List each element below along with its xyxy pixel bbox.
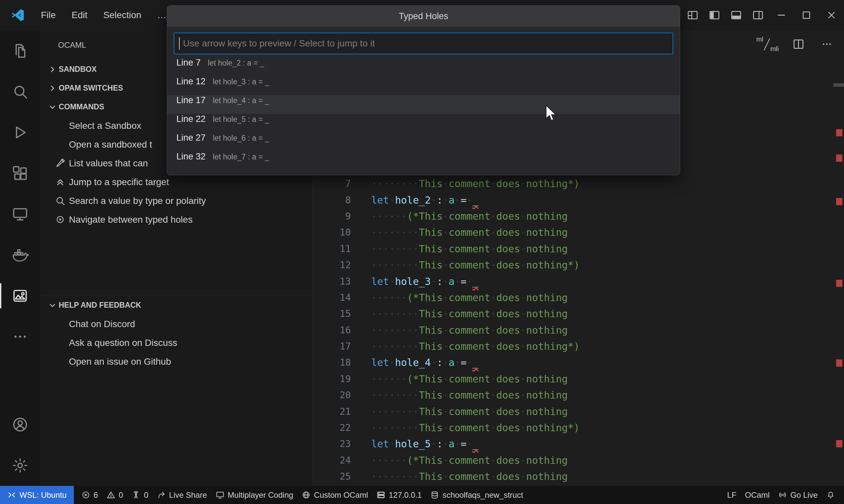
- code-line-24[interactable]: 24······(*This·comment·does·nothing: [312, 452, 831, 468]
- status-workspace-db[interactable]: schoolfaqs_new_struct: [426, 486, 527, 504]
- status-label: 127.0.0.1: [389, 490, 422, 500]
- menu-selection[interactable]: Selection: [95, 5, 149, 25]
- quickpick-item-line-12[interactable]: Line 12let hole_3 : a = _: [167, 76, 680, 95]
- quickpick-item-line-17[interactable]: Line 17let hole_4 : a = _: [167, 95, 680, 114]
- command-ask-a-question-on-discuss[interactable]: Ask a question on Discuss: [40, 334, 312, 352]
- code-line-22[interactable]: 22········This·comment·does·nothing*): [312, 420, 831, 436]
- globe-icon: [302, 490, 311, 499]
- vscode-logo-icon: [10, 7, 26, 23]
- code-text: ········This·comment·does·nothing*): [371, 178, 580, 190]
- code-line-7[interactable]: 7········This·comment·does·nothing*): [312, 176, 831, 192]
- split-editor-icon[interactable]: [789, 35, 808, 53]
- quickpick-item-line-22[interactable]: Line 22let hole_5 : a = _: [167, 114, 680, 133]
- status-custom-ocaml[interactable]: Custom OCaml: [297, 486, 372, 504]
- line-number: 8: [312, 195, 351, 205]
- line-number: 22: [312, 422, 351, 433]
- code-text: ········This·comment·does·nothing: [371, 406, 568, 417]
- code-line-16[interactable]: 16········This·comment·does·nothing: [312, 322, 831, 338]
- extensions-icon: [12, 165, 29, 182]
- quickpick-item-line-7[interactable]: Line 7let hole_2 : a = _: [167, 58, 680, 76]
- activity-explorer[interactable]: [0, 30, 40, 71]
- status-remote-indicator[interactable]: WSL: Ubuntu: [0, 486, 74, 504]
- activity-more[interactable]: [0, 316, 40, 357]
- minimize-button[interactable]: [769, 0, 794, 30]
- quickpick-item-line-32[interactable]: Line 32let hole_7 : a = _: [167, 151, 680, 170]
- code-line-12[interactable]: 12········This·comment·does·nothing*): [312, 257, 831, 273]
- code-text: ······(*This·comment·does·nothing: [371, 373, 568, 385]
- code-line-11[interactable]: 11········This·comment·does·nothing: [312, 241, 831, 257]
- command-label: Open a sandboxed t: [69, 139, 152, 150]
- scrollbar-thumb[interactable]: [833, 83, 844, 87]
- activity-accounts[interactable]: [0, 404, 40, 445]
- code-line-8[interactable]: 8let·hole_2·:·a·=·_: [312, 192, 831, 208]
- toggle-primary-sidebar-icon[interactable]: [704, 4, 725, 26]
- line-number: 24: [312, 455, 351, 466]
- code-line-18[interactable]: 18let·hole_4·:·a·=·_: [312, 355, 831, 371]
- command-chat-on-discord[interactable]: Chat on Discord: [40, 314, 312, 334]
- diagonal-divider: [763, 38, 770, 51]
- menu-file[interactable]: File: [33, 5, 64, 25]
- status-live-share[interactable]: Live Share: [153, 486, 211, 504]
- code-line-23[interactable]: 23let·hole_5·:·a·=·_: [312, 436, 831, 452]
- code-line-9[interactable]: 9······(*This·comment·does·nothing: [312, 208, 831, 224]
- status-go-live[interactable]: Go Live: [774, 486, 822, 504]
- code-line-25[interactable]: 25········This·comment·does·nothing: [312, 468, 831, 485]
- command-label: Navigate between typed holes: [69, 214, 192, 225]
- activity-remote-explorer[interactable]: [0, 194, 40, 235]
- more-icon: [12, 328, 29, 345]
- quick-pick-input[interactable]: [174, 33, 673, 54]
- code-line-14[interactable]: 14······(*This·comment·does·nothing: [312, 290, 831, 306]
- command-search-a-value-by-type-or-polarity[interactable]: Search a value by type or polarity: [40, 192, 312, 210]
- activity-docker[interactable]: [0, 235, 40, 275]
- code-line-10[interactable]: 10········This·comment·does·nothing: [312, 224, 831, 240]
- code-text: ········This·comment·does·nothing: [371, 227, 568, 238]
- quickpick-item-detail: let hole_7 : a = _: [213, 152, 269, 161]
- line-number: 17: [312, 341, 351, 352]
- bell-icon: [826, 490, 835, 499]
- status-local-ip[interactable]: 127.0.0.1: [372, 486, 426, 504]
- quickpick-item-line-27[interactable]: Line 27let hole_6 : a = _: [167, 133, 680, 151]
- ml-mli-toggle-icon[interactable]: ml mli: [756, 36, 779, 53]
- code-line-17[interactable]: 17········This·comment·does·nothing*): [312, 338, 831, 355]
- close-button[interactable]: [819, 0, 844, 30]
- remote-icon: [7, 490, 16, 499]
- toggle-panel-icon[interactable]: [725, 4, 747, 26]
- code-line-20[interactable]: 20········This·comment·does·nothing: [312, 387, 831, 403]
- status-multiplayer-coding[interactable]: Multiplayer Coding: [211, 486, 298, 504]
- status-ports[interactable]: 0: [127, 486, 152, 504]
- command-open-an-issue-on-github[interactable]: Open an issue on Github: [40, 352, 312, 371]
- code-line-13[interactable]: 13let·hole_3·:·a·=·_: [312, 273, 831, 289]
- chevron-right-icon: [48, 65, 57, 74]
- code-line-19[interactable]: 19······(*This·comment·does·nothing: [312, 371, 831, 387]
- command-jump-to-a-specific-target[interactable]: Jump to a specific target: [40, 173, 312, 192]
- customize-layout-icon[interactable]: [682, 4, 704, 26]
- code-text: let·hole_2·:·a·=·_: [371, 194, 478, 206]
- activity-extensions[interactable]: [0, 153, 40, 194]
- status-language-mode[interactable]: OCaml: [741, 486, 774, 504]
- status-eol[interactable]: LF: [723, 486, 741, 504]
- activity-settings[interactable]: [0, 445, 40, 486]
- status-warnings[interactable]: 0: [102, 486, 127, 504]
- line-number: 18: [312, 357, 351, 368]
- activity-run-debug[interactable]: [0, 112, 40, 153]
- activity-search[interactable]: [0, 71, 40, 112]
- code-line-15[interactable]: 15········This·comment·does·nothing: [312, 306, 831, 322]
- maximize-button[interactable]: [794, 0, 819, 30]
- code-line-21[interactable]: 21········This·comment·does·nothing: [312, 403, 831, 419]
- toggle-secondary-sidebar-icon[interactable]: [747, 4, 769, 26]
- search-icon: [55, 195, 66, 206]
- status-label: Go Live: [790, 490, 817, 500]
- editor-actions: ml mli: [756, 35, 836, 53]
- status-errors[interactable]: 6: [77, 486, 102, 504]
- more-actions-icon[interactable]: [817, 35, 836, 53]
- status-notifications[interactable]: [822, 486, 839, 504]
- activity-ocaml-platform[interactable]: [0, 275, 40, 316]
- ocaml-platform-icon: [12, 287, 29, 304]
- code-text: ········This·comment·does·nothing: [371, 308, 568, 320]
- menu-bar: FileEditSelection…: [33, 5, 174, 25]
- section-help-and-feedback[interactable]: HELP AND FEEDBACK: [40, 296, 312, 314]
- command-navigate-between-typed-holes[interactable]: Navigate between typed holes: [40, 210, 312, 229]
- run-debug-icon: [12, 124, 29, 141]
- menu-edit[interactable]: Edit: [64, 5, 95, 25]
- code-text: ········This·comment·does·nothing*): [371, 341, 580, 352]
